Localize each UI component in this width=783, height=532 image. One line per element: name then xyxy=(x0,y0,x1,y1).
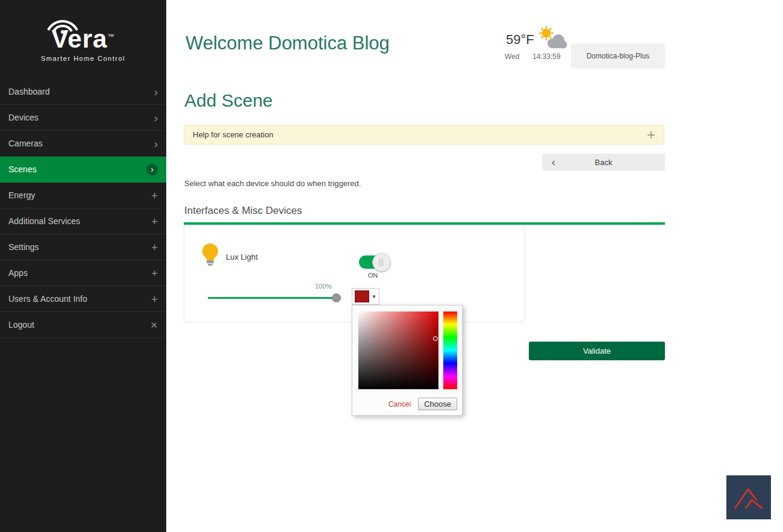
brand-tagline: Smarter Home Control xyxy=(0,55,166,62)
chevron-right-icon: › xyxy=(154,112,158,124)
color-swatch xyxy=(355,290,369,302)
back-button[interactable]: ‹ Back xyxy=(542,154,665,171)
lightbulb-icon xyxy=(201,242,219,270)
time-label: 14:33:59 xyxy=(532,52,561,61)
power-toggle[interactable] xyxy=(359,255,387,269)
saturation-value-area[interactable] xyxy=(358,311,438,389)
sidebar-item-dashboard[interactable]: Dashboard › xyxy=(0,79,166,105)
section-title: Interfaces & Misc Devices xyxy=(184,205,302,217)
toggle-knob[interactable] xyxy=(372,253,391,272)
sidebar-item-settings[interactable]: Settings + xyxy=(0,234,166,260)
sidebar-item-label: Apps xyxy=(8,268,151,278)
close-icon: ✕ xyxy=(150,321,158,330)
sidebar-item-logout[interactable]: Logout ✕ xyxy=(0,312,166,338)
sidebar-item-additional-services[interactable]: Additional Services + xyxy=(0,208,166,234)
brightness-slider-track[interactable] xyxy=(208,297,341,299)
sidebar-item-label: Additional Services xyxy=(8,216,151,226)
back-button-label: Back xyxy=(595,158,613,167)
expand-plus-icon[interactable]: + xyxy=(647,128,655,142)
plus-icon: + xyxy=(151,190,158,201)
sidebar-item-cameras[interactable]: Cameras › xyxy=(0,131,166,157)
vera-app-screen: Vera™ Smarter Home Control Dashboard › D… xyxy=(0,0,783,532)
instruction-text: Select what each device should do when t… xyxy=(184,179,361,188)
chevron-right-icon: › xyxy=(151,165,154,174)
wifi-arcs-icon xyxy=(35,12,90,34)
sidebar-item-label: Dashboard xyxy=(8,87,154,96)
sidebar-item-apps[interactable]: Apps + xyxy=(0,260,166,286)
color-picker-popup: Cancel Choose xyxy=(352,305,463,416)
sidebar-item-devices[interactable]: Devices › xyxy=(0,105,166,131)
validate-button[interactable]: Validate xyxy=(529,342,665,360)
sidebar-item-label: Cameras xyxy=(8,139,154,148)
corner-brand-badge xyxy=(726,475,771,519)
chevron-right-icon: › xyxy=(154,138,158,149)
page-title: Add Scene xyxy=(184,90,273,111)
weekday-label: Wed xyxy=(505,52,519,61)
choose-button[interactable]: Choose xyxy=(418,398,457,410)
sidebar-item-label: Energy xyxy=(8,190,151,200)
sidebar-item-label: Scenes xyxy=(8,164,146,174)
sidebar-menu: Dashboard › Devices › Cameras › Scenes ›… xyxy=(0,79,166,338)
color-marker[interactable] xyxy=(433,336,438,341)
sidebar-item-users-account-info[interactable]: Users & Account Info + xyxy=(0,286,166,312)
plus-icon: + xyxy=(151,268,158,279)
temperature-label: 59°F xyxy=(506,32,534,48)
sidebar-item-scenes[interactable]: Scenes › xyxy=(0,157,166,183)
picker-footer: Cancel Choose xyxy=(388,398,457,410)
welcome-heading: Welcome Domotica Blog xyxy=(186,31,390,55)
plus-icon: + xyxy=(151,216,158,227)
active-item-circle: › xyxy=(146,164,158,175)
chevron-down-icon: ▼ xyxy=(372,294,376,299)
controller-name-box[interactable]: Domotica-blog-Plus xyxy=(571,43,665,69)
plus-icon: + xyxy=(151,242,158,253)
sidebar-item-label: Devices xyxy=(8,113,154,122)
sidebar-item-label: Settings xyxy=(8,242,151,252)
vera-logo: Vera™ Smarter Home Control xyxy=(0,12,166,62)
hue-strip[interactable] xyxy=(443,311,457,389)
brightness-slider-handle[interactable] xyxy=(332,293,341,302)
device-name-label: Lux Light xyxy=(226,252,258,261)
sidebar-item-energy[interactable]: Energy + xyxy=(0,183,166,208)
mountain-chevron-icon xyxy=(731,484,766,511)
power-state-label: ON xyxy=(359,272,387,279)
plus-icon: + xyxy=(151,293,158,305)
help-banner[interactable]: Help for scene creation + xyxy=(184,125,664,145)
chevron-right-icon: › xyxy=(154,86,158,98)
help-banner-text: Help for scene creation xyxy=(193,130,273,139)
cancel-link[interactable]: Cancel xyxy=(388,400,411,408)
color-dropdown[interactable]: ▼ xyxy=(352,288,379,305)
brightness-value-label: 100% xyxy=(315,283,332,290)
sidebar-item-label: Users & Account Info xyxy=(8,294,151,304)
chevron-left-icon: ‹ xyxy=(552,157,555,167)
weather-sun-cloud-icon xyxy=(536,25,567,52)
sidebar: Vera™ Smarter Home Control Dashboard › D… xyxy=(0,0,166,532)
sidebar-item-label: Logout xyxy=(8,320,150,330)
